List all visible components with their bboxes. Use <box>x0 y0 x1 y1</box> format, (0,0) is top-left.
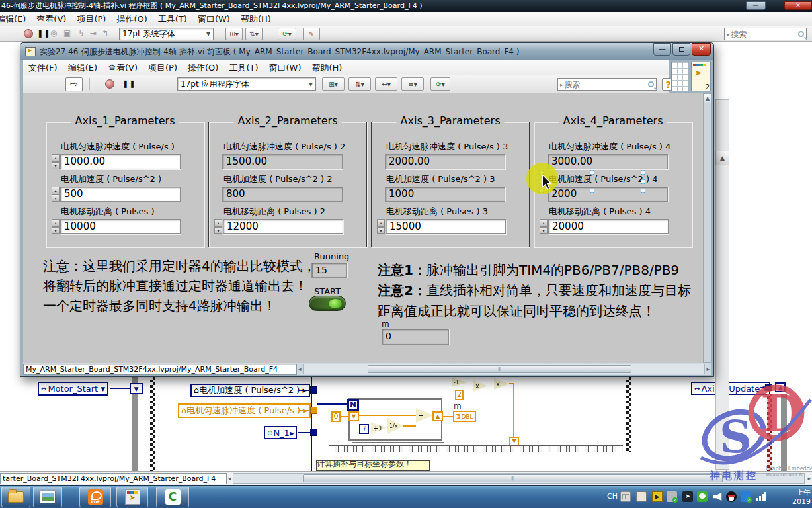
selection-handle[interactable] <box>641 179 645 184</box>
fp-menu-window[interactable]: 窗口(W) <box>264 61 307 75</box>
fp-hscroll-thumb[interactable]: ⦀ <box>368 365 631 373</box>
selection-handle[interactable] <box>590 170 594 175</box>
bg-window-titlebar[interactable]: 46-伺服步进电机脉冲控制-4轴-插补.vi 程序框图 ( My_ARM_Sta… <box>0 0 812 12</box>
selection-handle[interactable] <box>641 189 645 193</box>
vi-icon-editor[interactable]: ➤ 2 <box>691 62 711 91</box>
constant-two[interactable]: 2 <box>455 390 464 400</box>
accel-local-variable-node[interactable]: ⌂电机加速度 ( Pulse/s^2 ) ▸ <box>190 384 310 397</box>
axis1-accel-value[interactable]: 500 <box>60 187 181 202</box>
sync-button[interactable]: ⟳▾ <box>430 77 450 91</box>
axis1-speed-value[interactable]: 1000.00 <box>60 154 181 169</box>
language-indicator[interactable]: CH <box>607 492 618 501</box>
axis1-distance-control[interactable]: ▴▾ 10000 <box>52 219 181 234</box>
taskbar-camtasia-button[interactable]: C <box>156 487 189 507</box>
scroll-right-icon[interactable]: ▸ <box>806 474 812 484</box>
resize-objects-button[interactable]: ↔▾ <box>375 77 397 91</box>
motor-start-node[interactable]: ↔ Motor_Start ▼ <box>38 382 108 396</box>
fp-restore-button[interactable] <box>672 43 690 56</box>
step-into-icon[interactable]: ↳ <box>78 28 85 38</box>
dbl-indicator-node[interactable]: ▶ DBL <box>453 411 476 422</box>
labview-tray-icon[interactable]: ▶ <box>652 491 663 502</box>
axis3-distance-control[interactable]: ▴▾ 15000 <box>377 219 506 234</box>
align-objects-button[interactable]: ⊞▾ <box>322 77 345 91</box>
numeric-spinner[interactable]: ▴▾ <box>214 219 222 234</box>
network-signal-icon[interactable] <box>756 491 767 501</box>
distribute-objects-button[interactable]: ⇅▾ <box>245 28 263 40</box>
bg-menu-edit[interactable]: 编辑(E) <box>0 12 31 26</box>
scroll-right-icon[interactable]: ▸ <box>705 364 711 374</box>
bg-hscroll-thumb[interactable]: ⦀ <box>303 474 723 482</box>
pointer-utility-icon[interactable]: ➤ <box>682 491 693 502</box>
bg-minimize-button[interactable]: — <box>746 1 766 10</box>
fp-vertical-scrollbar[interactable]: ▲ <box>703 93 712 363</box>
step-over-icon[interactable]: ⇥ <box>90 28 97 38</box>
axis4-distance-control[interactable]: ▴▾ 20000 <box>540 219 669 234</box>
fp-hscrollbar[interactable]: ⦀ <box>303 364 706 374</box>
fp-menu-operate[interactable]: 操作(O) <box>183 61 223 75</box>
bg-menu-project[interactable]: 项目(P) <box>71 12 111 26</box>
taskbar-foxit-button[interactable]: PDF <box>79 487 111 507</box>
speed-local-variable-node[interactable]: ⌂电机匀速脉冲速度 ( Pulse/s ) ▸ <box>178 403 311 418</box>
axis2-update-node[interactable]: ↔ Axis2_Update ▼ <box>691 382 770 395</box>
abort-button[interactable] <box>24 29 33 38</box>
fp-minimize-button[interactable]: — <box>653 43 671 56</box>
sync-tool-icon[interactable]: ✓ <box>741 491 751 502</box>
usb-device-icon[interactable]: ✓ <box>667 491 677 502</box>
selection-handle[interactable] <box>641 170 645 175</box>
bg-close-button[interactable]: ✕ <box>784 1 812 10</box>
axis4-distance-value[interactable]: 20000 <box>548 219 669 234</box>
fp-font-selector[interactable]: 17pt 应用程序字体 ▾ <box>177 77 316 91</box>
scroll-up-button[interactable]: ▲ <box>704 94 711 103</box>
pause-button[interactable]: ❚❚ <box>122 79 136 88</box>
axis1-speed-control[interactable]: ▴▾ 1000.00 <box>52 154 181 169</box>
axis3-distance-value[interactable]: 15000 <box>386 219 506 234</box>
bg-font-selector[interactable]: 17pt 系统字体 ▾ <box>119 28 214 40</box>
run-button[interactable]: ⇨ <box>65 77 83 91</box>
bg-menu-help[interactable]: 帮助(H) <box>235 12 276 26</box>
taskbar-photo-viewer-button[interactable] <box>33 487 62 507</box>
qq-icon[interactable] <box>726 491 737 502</box>
pause-button[interactable]: ❚❚ <box>37 29 50 38</box>
bg-menu-operate[interactable]: 操作(O) <box>111 12 152 26</box>
volume-icon[interactable] <box>713 491 723 502</box>
axis1-distance-value[interactable]: 10000 <box>60 219 181 234</box>
taskbar-clock[interactable]: 上午 2019 <box>787 488 811 507</box>
axis1-accel-control[interactable]: ▴▾ 500 <box>52 187 181 202</box>
paintbrush-button[interactable]: ✎ <box>303 28 320 40</box>
numeric-spinner[interactable]: ▴▾ <box>52 187 60 202</box>
scroll-left-icon[interactable]: ◂ <box>297 364 303 374</box>
numeric-spinner[interactable]: ▴▾ <box>52 154 60 169</box>
bg-search-input[interactable] <box>731 30 798 39</box>
taskbar-labview-button[interactable] <box>116 487 148 507</box>
taskbar-explorer-button[interactable] <box>1 487 30 507</box>
numeric-spinner[interactable]: ▴▾ <box>52 219 60 234</box>
connector-pane-icon[interactable] <box>671 62 688 91</box>
step-out-icon[interactable]: ↰ <box>102 28 108 38</box>
bg-menu-window[interactable]: 窗口(W) <box>192 12 235 26</box>
scroll-up-button[interactable]: ▲ <box>715 151 729 165</box>
highlight-execution-icon[interactable]: ◎ <box>50 28 57 38</box>
axis2-distance-value[interactable]: 12000 <box>223 219 343 234</box>
fp-menu-tools[interactable]: 工具(T) <box>223 61 263 75</box>
fp-menu-view[interactable]: 查看(V) <box>102 61 143 75</box>
start-button[interactable] <box>309 296 346 311</box>
fp-search-input[interactable] <box>565 80 648 89</box>
fp-menu-help[interactable]: 帮助(H) <box>307 61 348 75</box>
abort-button[interactable] <box>105 79 114 89</box>
scroll-left-icon[interactable]: ◂ <box>227 474 233 484</box>
keyboard-icon[interactable] <box>620 491 631 502</box>
axis2-distance-control[interactable]: ▴▾ 12000 <box>214 219 343 234</box>
bg-menu-tools[interactable]: 工具(T) <box>153 12 192 26</box>
bg-hscrollbar[interactable]: ⦀ <box>233 473 805 484</box>
numeric-spinner[interactable]: ▴▾ <box>540 219 548 234</box>
enum-dropdown-node[interactable]: ▼ <box>130 383 143 394</box>
fp-titlebar[interactable]: 实验27.46-伺服步进电机脉冲控制-4轴-插补.vi 前面板 ( My_ARM… <box>20 43 713 60</box>
front-panel-window[interactable]: 实验27.46-伺服步进电机脉冲控制-4轴-插补.vi 前面板 ( My_ARM… <box>20 42 714 377</box>
fp-search-box[interactable]: ▸ <box>557 78 657 91</box>
constant-zero[interactable]: 0 <box>331 411 341 422</box>
retain-wire-values-icon[interactable]: ▣ <box>63 28 71 38</box>
numeric-spinner[interactable]: ▴▾ <box>377 219 385 234</box>
selection-handle[interactable] <box>590 189 594 193</box>
device-plug-icon[interactable] <box>636 491 647 502</box>
fp-menu-edit[interactable]: 编辑(E) <box>63 61 102 75</box>
